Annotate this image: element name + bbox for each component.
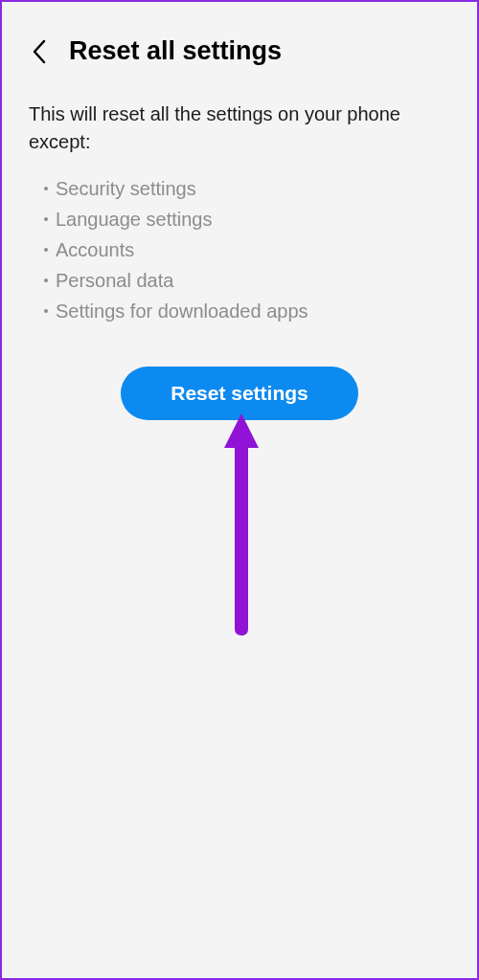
list-item-label: Settings for downloaded apps (56, 296, 308, 326)
page-title: Reset all settings (69, 36, 282, 66)
bullet-icon (44, 309, 48, 313)
bullet-icon (44, 278, 48, 282)
list-item-label: Accounts (56, 234, 134, 265)
reset-settings-button[interactable]: Reset settings (121, 367, 358, 420)
bullet-icon (44, 187, 48, 190)
list-item-label: Language settings (56, 204, 212, 234)
description-text: This will reset all the settings on your… (29, 100, 450, 156)
list-item-label: Personal data (56, 265, 173, 296)
list-item-label: Security settings (56, 173, 196, 204)
list-item: Accounts (44, 234, 450, 265)
annotation-arrow-icon (220, 413, 262, 642)
back-icon[interactable] (29, 41, 50, 62)
page-header: Reset all settings (29, 36, 450, 66)
list-item: Personal data (44, 265, 450, 296)
button-container: Reset settings (29, 367, 450, 420)
bullet-icon (44, 248, 48, 252)
list-item: Settings for downloaded apps (44, 296, 450, 326)
list-item: Language settings (44, 204, 450, 234)
exceptions-list: Security settings Language settings Acco… (29, 173, 450, 326)
bullet-icon (44, 217, 48, 221)
list-item: Security settings (44, 173, 450, 204)
